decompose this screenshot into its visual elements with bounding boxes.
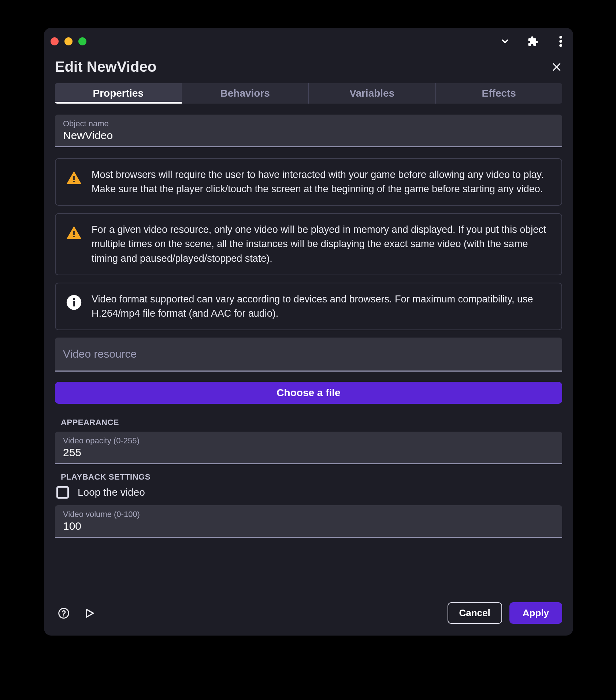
window-minimize-dot[interactable] [64, 37, 73, 45]
alert-text: Video format supported can vary accordin… [92, 292, 551, 321]
footer-icon-group [58, 607, 95, 619]
tab-bar: Properties Behaviors Variables Effects [55, 83, 562, 104]
alert-info-format: Video format supported can vary accordin… [55, 283, 562, 330]
warning-icon [66, 170, 82, 186]
video-volume-input[interactable] [63, 520, 554, 532]
play-icon[interactable] [84, 607, 95, 619]
tab-label: Properties [93, 88, 144, 99]
alert-warning-single-instance: For a given video resource, only one vid… [55, 213, 562, 275]
svg-rect-8 [73, 236, 75, 238]
svg-rect-10 [73, 301, 75, 306]
section-label-playback: PLAYBACK SETTINGS [61, 472, 562, 482]
field-label: Object name [63, 119, 554, 129]
info-icon [66, 294, 82, 310]
tab-behaviors[interactable]: Behaviors [182, 83, 309, 104]
tab-effects[interactable]: Effects [435, 83, 563, 104]
cancel-button[interactable]: Cancel [448, 602, 502, 624]
video-resource-field[interactable]: Video resource [55, 338, 562, 372]
svg-rect-5 [73, 176, 75, 180]
section-label-appearance: APPEARANCE [61, 418, 562, 427]
loop-video-row: Loop the video [56, 486, 562, 499]
dialog-header: Edit NewVideo [44, 55, 573, 83]
dialog-window: Edit NewVideo Properties Behaviors Varia… [44, 28, 573, 636]
loop-video-checkbox[interactable] [56, 486, 69, 499]
svg-rect-6 [73, 181, 75, 182]
tab-variables[interactable]: Variables [308, 83, 435, 104]
svg-point-13 [63, 615, 64, 616]
close-icon[interactable] [551, 62, 562, 72]
tab-label: Variables [349, 88, 394, 99]
object-name-field[interactable]: Object name [55, 115, 562, 147]
tab-label: Effects [482, 88, 516, 99]
svg-point-2 [559, 44, 562, 47]
traffic-lights [51, 37, 86, 45]
puzzle-icon[interactable] [527, 36, 539, 47]
loop-video-label: Loop the video [78, 487, 145, 498]
tab-label: Behaviors [220, 88, 270, 99]
svg-marker-14 [86, 609, 93, 617]
dialog-footer: Cancel Apply [44, 593, 573, 636]
button-label: Choose a file [277, 387, 340, 398]
help-icon[interactable] [58, 607, 70, 619]
video-volume-field[interactable]: Video volume (0-100) [55, 505, 562, 538]
svg-point-1 [559, 40, 562, 43]
more-vertical-icon[interactable] [555, 36, 567, 47]
svg-rect-7 [73, 231, 75, 235]
field-label: Video opacity (0-255) [63, 436, 554, 446]
apply-button[interactable]: Apply [509, 602, 562, 624]
chevron-down-icon[interactable] [499, 36, 511, 47]
svg-point-0 [559, 36, 562, 39]
field-placeholder: Video resource [63, 348, 554, 360]
window-zoom-dot[interactable] [78, 37, 86, 45]
svg-point-11 [73, 298, 75, 300]
alert-text: Most browsers will require the user to h… [92, 168, 551, 196]
window-close-dot[interactable] [51, 37, 59, 45]
tab-properties[interactable]: Properties [55, 83, 182, 104]
button-label: Cancel [459, 607, 490, 618]
object-name-input[interactable] [63, 129, 554, 142]
alert-text: For a given video resource, only one vid… [92, 223, 551, 265]
button-label: Apply [523, 607, 549, 618]
titlebar-action-group [499, 36, 567, 47]
video-opacity-input[interactable] [63, 446, 554, 459]
choose-file-button[interactable]: Choose a file [55, 382, 562, 404]
field-label: Video volume (0-100) [63, 510, 554, 519]
warning-icon [66, 225, 82, 241]
window-titlebar [44, 28, 573, 55]
dialog-content: Object name Most browsers will require t… [44, 115, 573, 593]
video-opacity-field[interactable]: Video opacity (0-255) [55, 432, 562, 464]
alert-warning-interaction: Most browsers will require the user to h… [55, 158, 562, 206]
dialog-title: Edit NewVideo [55, 59, 156, 75]
